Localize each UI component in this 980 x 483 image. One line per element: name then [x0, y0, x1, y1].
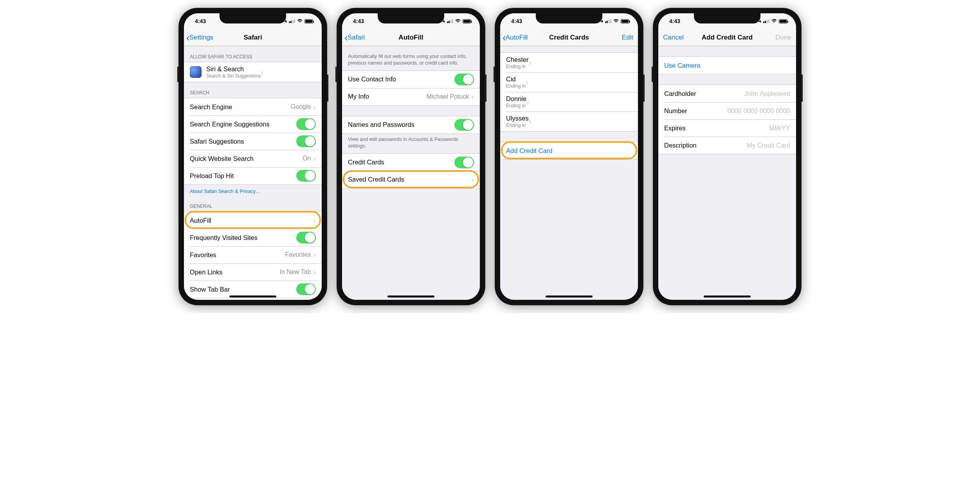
toggle-tab-bar[interactable]: [296, 283, 316, 295]
cellular-icon: [289, 19, 295, 23]
chevron-right-icon: ›: [313, 154, 316, 163]
page-title: Safari: [243, 34, 262, 41]
chevron-right-icon: ›: [471, 92, 474, 101]
chevron-right-icon: ›: [471, 175, 474, 184]
autofill-row[interactable]: AutoFill ›: [184, 212, 322, 229]
siri-icon: [190, 66, 202, 78]
notch: [694, 13, 760, 23]
toggle-se-suggestions[interactable]: [296, 118, 316, 130]
section-header-search: SEARCH: [184, 82, 322, 98]
chevron-right-icon: ›: [313, 216, 316, 225]
phone-1: 4:43 ➤ ‹ Settings Safari ALLOW SAFARI TO…: [178, 8, 327, 305]
screen-credit-cards: 4:43 ➤ ‹ AutoFill Credit Cards Edit: [500, 13, 638, 300]
screen-add-card: 4:43 ➤ Cancel Add Credit Card Done Use C…: [658, 13, 796, 300]
block-popups-row: Block Pop-ups: [184, 298, 322, 300]
open-links-row[interactable]: Open Links In New Tab ›: [184, 263, 322, 281]
description-field[interactable]: Description My Credit Card: [658, 137, 796, 154]
toggle-preload[interactable]: [296, 170, 316, 182]
cancel-button[interactable]: Cancel: [663, 34, 684, 41]
my-info-row[interactable]: My Info Michael Potuck ›: [342, 88, 480, 105]
search-engine-suggestions-row: Search Engine Suggestions: [184, 115, 322, 133]
card-row[interactable]: ChesterEnding in ›: [500, 53, 638, 72]
use-contact-info-row: Use Contact Info: [342, 71, 480, 88]
edit-button[interactable]: Edit: [622, 34, 633, 41]
cellular-icon: [763, 19, 770, 23]
nav-bar: ‹ Safari AutoFill: [342, 29, 480, 46]
chevron-right-icon: ›: [529, 58, 531, 67]
chevron-right-icon: ›: [313, 268, 316, 277]
status-indicators: ➤: [284, 18, 313, 24]
preload-top-hit-row: Preload Top Hit: [184, 167, 322, 184]
content-scroll[interactable]: ChesterEnding in › CidEnding in › Donnie…: [500, 46, 638, 300]
chevron-right-icon: ›: [526, 97, 529, 106]
home-indicator[interactable]: [229, 296, 276, 297]
wifi-icon: [613, 18, 619, 24]
page-title: AutoFill: [398, 34, 423, 41]
card-row[interactable]: UlyssesEnding in ›: [500, 112, 638, 131]
card-row[interactable]: CidEnding in ›: [500, 72, 638, 92]
chevron-right-icon: ›: [526, 78, 528, 87]
toggle-contact[interactable]: [454, 74, 474, 85]
favorites-row[interactable]: Favorites Favorites ›: [184, 246, 322, 263]
content-scroll[interactable]: Use Camera Cardholder John Appleseed Num…: [658, 46, 796, 300]
status-time: 4:43: [669, 18, 680, 24]
back-label: Settings: [189, 34, 213, 41]
page-title: Add Credit Card: [702, 34, 753, 41]
home-indicator[interactable]: [387, 296, 434, 297]
nav-bar: ‹ Settings Safari: [184, 29, 322, 46]
chevron-right-icon: ›: [529, 117, 531, 126]
toggle-cc[interactable]: [454, 157, 474, 168]
screen-autofill: 4:43 ➤ ‹ Safari AutoFill Automatically f…: [342, 13, 480, 300]
card-row[interactable]: DonnieEnding in ›: [500, 92, 638, 112]
safari-suggestions-row: Safari Suggestions: [184, 133, 322, 150]
chevron-right-icon: ›: [313, 103, 316, 112]
search-engine-row[interactable]: Search Engine Google ›: [184, 98, 322, 115]
names-passwords-row: Names and Passwords: [342, 116, 480, 133]
done-button[interactable]: Done: [775, 34, 791, 41]
notch: [378, 13, 444, 23]
phone-3: 4:43 ➤ ‹ AutoFill Credit Cards Edit: [495, 8, 643, 305]
status-indicators: ➤: [758, 18, 788, 24]
content-scroll[interactable]: Automatically fill out web forms using y…: [342, 46, 480, 300]
expires-field[interactable]: Expires MM/YY: [658, 119, 796, 137]
nav-bar: Cancel Add Credit Card Done: [658, 29, 796, 46]
cellular-icon: [447, 19, 454, 23]
status-time: 4:43: [511, 18, 522, 24]
quick-website-search-row[interactable]: Quick Website Search On ›: [184, 150, 322, 167]
cellular-icon: [605, 19, 612, 23]
content-scroll[interactable]: ALLOW SAFARI TO ACCESS Siri & Search Sea…: [184, 46, 322, 300]
home-indicator[interactable]: [704, 296, 751, 297]
home-indicator[interactable]: [546, 296, 593, 297]
back-button[interactable]: ‹ Settings: [186, 32, 213, 43]
chevron-right-icon: ›: [313, 251, 316, 260]
status-time: 4:43: [353, 18, 364, 24]
siri-title: Siri & Search: [206, 65, 261, 73]
siri-subtitle: Search & Siri Suggestions: [206, 73, 261, 79]
chevron-right-icon: ›: [261, 68, 263, 77]
siri-search-row[interactable]: Siri & Search Search & Siri Suggestions …: [184, 62, 322, 82]
about-safari-link[interactable]: About Safari Search & Privacy…: [184, 185, 322, 196]
number-field[interactable]: Number 0000 0000 0000 0000: [658, 102, 796, 119]
status-indicators: ➤: [600, 18, 630, 24]
section-header-access: ALLOW SAFARI TO ACCESS: [184, 46, 322, 62]
use-camera-row[interactable]: Use Camera: [658, 57, 796, 74]
status-time: 4:43: [195, 18, 206, 24]
toggle-names[interactable]: [454, 119, 474, 131]
nav-bar: ‹ AutoFill Credit Cards Edit: [500, 29, 638, 46]
cardholder-field[interactable]: Cardholder John Appleseed: [658, 85, 796, 102]
screen-safari-settings: 4:43 ➤ ‹ Settings Safari ALLOW SAFARI TO…: [184, 13, 322, 300]
page-title: Credit Cards: [549, 34, 589, 41]
phone-4: 4:43 ➤ Cancel Add Credit Card Done Use C…: [653, 8, 802, 305]
notch: [536, 13, 602, 23]
section-header-general: GENERAL: [184, 196, 322, 211]
battery-icon: [304, 19, 313, 23]
back-button[interactable]: ‹ AutoFill: [503, 32, 528, 43]
toggle-freq[interactable]: [296, 232, 316, 243]
phone-2: 4:43 ➤ ‹ Safari AutoFill Automatically f…: [337, 8, 485, 305]
wifi-icon: [771, 18, 777, 24]
autofill-description: Automatically fill out web forms using y…: [342, 46, 480, 70]
back-button[interactable]: ‹ Safari: [344, 32, 365, 43]
toggle-safari-suggestions[interactable]: [296, 135, 316, 147]
saved-credit-cards-row[interactable]: Saved Credit Cards ›: [342, 171, 480, 188]
add-credit-card-row[interactable]: Add Credit Card: [500, 142, 638, 159]
